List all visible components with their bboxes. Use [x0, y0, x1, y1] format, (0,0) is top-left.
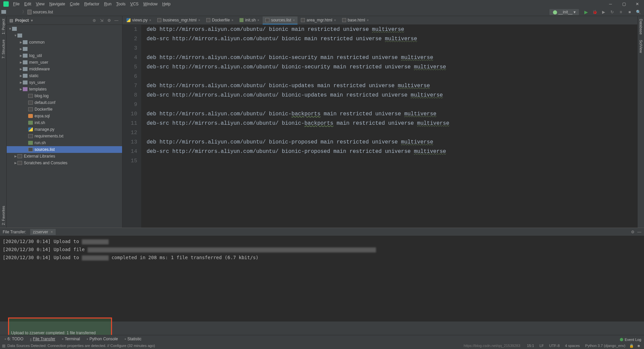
tree-item-manage.py[interactable]: manage.py	[7, 126, 122, 133]
stop-button[interactable]: ■	[626, 9, 633, 15]
tree-item-mem_user[interactable]: ▶mem_user	[7, 59, 122, 66]
bottom-tab-terminal[interactable]: ▫Terminal	[59, 337, 84, 341]
run-button[interactable]: ▶	[583, 9, 589, 15]
close-button[interactable]: ✕	[631, 0, 644, 8]
gear-icon[interactable]: ⚙	[631, 230, 635, 234]
menu-refactor[interactable]: Refactor	[82, 2, 102, 6]
menu-file[interactable]: File	[11, 2, 22, 6]
menu-navigate[interactable]: Navigate	[47, 2, 67, 6]
tree-item-Scratches and Consoles[interactable]: ▶Scratches and Consoles	[7, 160, 122, 166]
tab-business_mgr-html[interactable]: business_mgr.html×	[155, 16, 203, 24]
expand-arrow-icon[interactable]: ▶	[19, 81, 23, 84]
database-tool-button[interactable]: Database	[639, 19, 643, 35]
search-icon[interactable]: 🔍	[635, 9, 642, 15]
tree-item-static[interactable]: ▶static	[7, 72, 122, 79]
tree-item-log_util[interactable]: ▶log_util	[7, 52, 122, 59]
tree-item-middleware[interactable]: ▶middleware	[7, 66, 122, 72]
hide-icon[interactable]: —	[113, 17, 119, 23]
tree-item-root[interactable]: ▶	[7, 46, 122, 52]
status-message[interactable]: Data Sources Detected: Connection proper…	[7, 344, 155, 348]
tree-item-init.sh[interactable]: init.sh	[7, 119, 122, 126]
tree-item-run.sh[interactable]: run.sh	[7, 139, 122, 146]
menu-vcs[interactable]: VCS	[128, 2, 141, 6]
expand-arrow-icon[interactable]: ▶	[19, 47, 23, 51]
bottom-tab-statistic[interactable]: ▫Statistic	[121, 337, 145, 341]
interpreter[interactable]: Python 3.7 (django_env)	[585, 344, 626, 348]
sciview-tool-button[interactable]: SciView	[639, 40, 643, 53]
tree-item-blog.log[interactable]: blog.log	[7, 93, 122, 99]
hide-panel-icon[interactable]: —	[637, 230, 641, 234]
code-editor[interactable]: 123456789101112131415 deb http://mirrors…	[122, 25, 637, 228]
panel-content[interactable]: [2020/12/30 0:14] Upload to [2020/12/30 …	[0, 236, 644, 322]
line-ending[interactable]: LF	[540, 344, 544, 348]
menu-window[interactable]: Window	[141, 2, 160, 6]
tree-item-sys_user[interactable]: ▶sys_user	[7, 79, 122, 86]
tree-item-Dockerfile[interactable]: Dockerfile	[7, 106, 122, 113]
minimize-button[interactable]: ─	[604, 0, 617, 8]
expand-arrow-icon[interactable]: ▶	[19, 74, 23, 77]
tree-item-eqoa.sql[interactable]: eqoa.sql	[7, 113, 122, 119]
indent-info[interactable]: 4 spaces	[565, 344, 580, 348]
close-tab-icon[interactable]: ×	[149, 18, 151, 22]
menu-run[interactable]: Run	[102, 2, 114, 6]
expand-arrow-icon[interactable]: ▼	[8, 27, 12, 31]
run-coverage-button[interactable]: ▶	[600, 9, 607, 15]
expand-arrow-icon[interactable]: ▼	[13, 34, 17, 37]
bottom-tab-6-todo[interactable]: ▫6: TODO	[1, 337, 27, 341]
project-tool-button[interactable]: 1: Project	[1, 19, 5, 34]
favorites-tool-button[interactable]: 2: Favorites	[1, 206, 5, 225]
tab-area_mgr-html[interactable]: area_mgr.html×	[298, 16, 339, 24]
close-tab-icon[interactable]: ×	[257, 18, 259, 22]
panel-tab[interactable]: zzserver ×	[30, 229, 56, 235]
attach-button[interactable]: ≡	[618, 9, 624, 15]
project-tree[interactable]: ▼▼▶common▶▶log_util▶mem_user▶middleware▶…	[7, 25, 122, 228]
run-config-dropdown[interactable]: ⬤ __init__ ▾	[549, 9, 579, 15]
encoding[interactable]: UTF-8	[549, 344, 559, 348]
lock-icon[interactable]: 🔒	[629, 344, 634, 348]
target-icon[interactable]: ⊚	[91, 17, 97, 23]
tree-item-sources.list[interactable]: sources.list	[7, 146, 122, 153]
tab-views-py[interactable]: views.py×	[124, 16, 154, 24]
expand-arrow-icon[interactable]: ▶	[19, 61, 23, 64]
bottom-tab-python-console[interactable]: ▫Python Console	[83, 337, 121, 341]
expand-arrow-icon[interactable]: ▶	[19, 54, 23, 57]
tool-window-icon[interactable]: ▥	[2, 344, 5, 348]
close-tab-icon[interactable]: ×	[334, 18, 336, 22]
notification-popup[interactable]: Upload to zzserver completed: 1 file tra…	[8, 317, 112, 338]
tree-item-requirements.txt[interactable]: requirements.txt	[7, 133, 122, 139]
tree-item-External Libraries[interactable]: ▶External Libraries	[7, 153, 122, 160]
code-content[interactable]: deb http://mirrors.aliyun.com/ubuntu/ bi…	[141, 25, 637, 228]
tab-sources-list[interactable]: sources.list×	[263, 16, 298, 24]
close-tab-icon[interactable]: ×	[198, 18, 200, 22]
expand-arrow-icon[interactable]: ▶	[19, 88, 23, 91]
tab-Dockerfile[interactable]: Dockerfile×	[204, 16, 236, 24]
dropdown-arrow-icon[interactable]: ▾	[31, 18, 33, 23]
menu-view[interactable]: View	[34, 2, 47, 6]
expand-arrow-icon[interactable]: ▶	[13, 161, 17, 165]
menu-help[interactable]: Help	[160, 2, 173, 6]
inspection-icon[interactable]: ☻	[637, 344, 641, 348]
close-tab-icon[interactable]: ×	[231, 18, 233, 22]
bottom-tab-file-transfer[interactable]: ▫File Transfer	[27, 337, 59, 341]
expand-icon[interactable]: ⇲	[99, 17, 105, 23]
tab-init-sh[interactable]: init.sh×	[237, 16, 262, 24]
expand-arrow-icon[interactable]: ▶	[19, 41, 23, 44]
gear-icon[interactable]: ⚙	[106, 17, 112, 23]
maximize-button[interactable]: ▢	[617, 0, 631, 8]
debug-button[interactable]: 🐞	[591, 9, 598, 15]
tree-item-templates[interactable]: ▶templates	[7, 86, 122, 93]
tree-item-common[interactable]: ▶common	[7, 39, 122, 46]
expand-arrow-icon[interactable]: ▶	[13, 155, 17, 158]
event-log-button[interactable]: Event Log	[620, 338, 641, 342]
tree-item-default.conf[interactable]: default.conf	[7, 99, 122, 106]
menu-tools[interactable]: Tools	[114, 2, 128, 6]
close-tab-icon[interactable]: ×	[51, 230, 53, 234]
menu-edit[interactable]: Edit	[22, 2, 34, 6]
profile-button[interactable]: ↻	[609, 9, 615, 15]
caret-position[interactable]: 15:1	[527, 344, 534, 348]
tab-base-html[interactable]: base.html×	[339, 16, 372, 24]
menu-code[interactable]: Code	[67, 2, 82, 6]
structure-tool-button[interactable]: 7: Structure	[1, 40, 5, 59]
breadcrumb-file[interactable]: sources.list	[33, 10, 53, 14]
tree-item-root[interactable]: ▼	[7, 25, 122, 32]
